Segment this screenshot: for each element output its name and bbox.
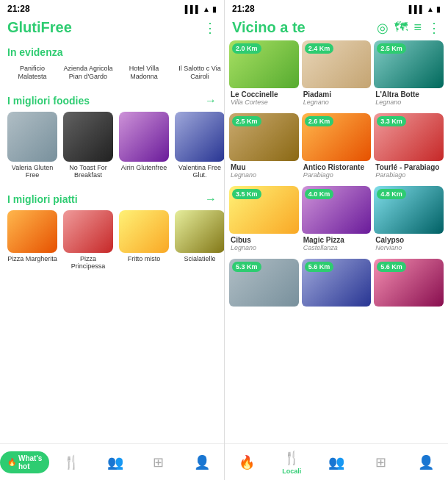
table-row[interactable]: 2.6 Km Antico Ristorante Parabiago [302, 113, 372, 183]
device-container: 21:28 ▌▌▌ ▲ ▮ GlutiFree ⋮ In evidenza [0, 0, 448, 480]
list-item[interactable]: Azienda Agricola Pian d'Gardo [63, 62, 113, 81]
app-title-right: Vicino a te [232, 19, 306, 36]
rest-location-4: Parabiago [302, 171, 372, 179]
list-item[interactable]: Il Salotto c Via Cairoli [175, 62, 224, 81]
rest-location-3: Legnano [229, 171, 299, 179]
food-img-fritto [119, 210, 169, 253]
header-icons-left: ⋮ [203, 20, 217, 36]
locali-nav-icon: 🍴 [283, 450, 300, 466]
distance-badge-0: 2.0 Km [232, 43, 261, 54]
piatti-list[interactable]: Pizza Margherita Pizza Principessa Fritt… [0, 210, 224, 277]
distance-badge-1: 2.4 Km [305, 43, 334, 54]
rest-location-7: Castellanza [302, 244, 372, 251]
rest-name-4: Antico Ristorante [302, 163, 372, 171]
time-left: 21:28 [7, 4, 30, 14]
right-screen: 21:28 ▌▌▌ ▲ ▮ Vicino a te ◎ 🗺 ≡ ⋮ 2.0 [224, 0, 448, 480]
food-label-scialatielle: Scialatielle [184, 255, 215, 262]
foodies-list[interactable]: Valeria Gluten Free No Toast For Breakfa… [0, 112, 224, 187]
nav-item-grid[interactable]: ⊞ [137, 454, 180, 470]
list-item[interactable]: Valentina Free Glut. [175, 112, 224, 180]
list-item[interactable]: Pizza Principessa [63, 210, 113, 270]
restaurant-grid: 2.0 Km Le Coccinelle Villa Cortese 2.4 K… [225, 40, 448, 314]
signal-icon-r: ▌▌▌ [409, 5, 424, 13]
foodie-label-airin: Airin Glutenfree [121, 164, 167, 172]
nav-item-food[interactable]: 🍴 [49, 454, 93, 470]
table-row[interactable]: 2.5 Km L'Altra Botte Legnano [374, 40, 444, 110]
table-row[interactable]: 2.5 Km Muu Legnano [229, 113, 299, 183]
more-icon[interactable]: ⋮ [427, 20, 441, 36]
whats-hot-label: What's hot [18, 454, 42, 470]
nav-item-profile-r[interactable]: 👤 [403, 454, 448, 470]
map-icon[interactable]: 🗺 [394, 20, 408, 35]
location-icon[interactable]: ◎ [377, 20, 389, 36]
nav-item-locali[interactable]: 🍴 Locali [270, 450, 314, 475]
distance-badge-8: 4.8 Km [377, 189, 406, 199]
wifi-icon: ▲ [203, 5, 210, 13]
table-row[interactable]: 3.5 Km Cibus Legnano [229, 186, 299, 256]
foodies-arrow-icon[interactable]: → [205, 94, 217, 107]
food-nav-icon: 🍴 [63, 454, 79, 470]
food-label-principessa: Pizza Principessa [63, 255, 113, 270]
card-label-azienda: Azienda Agricola Pian d'Gardo [63, 65, 113, 81]
rest-name-2: L'Altra Botte [374, 90, 444, 98]
nav-item-hot[interactable]: 🔥 What's hot [0, 451, 49, 473]
signal-icon: ▌▌▌ [185, 5, 200, 13]
bottom-nav-right: 🔥 🍴 Locali 👥 ⊞ 👤 [225, 443, 448, 480]
rest-img-6: 3.5 Km [229, 186, 299, 234]
table-row[interactable]: 2.4 Km Piadami Legnano [302, 40, 372, 110]
app-title-left: GlutiFree [7, 19, 72, 36]
status-icons-right: ▌▌▌ ▲ ▮ [409, 5, 441, 13]
table-row[interactable]: 4.8 Km Calypso Nerviano [374, 186, 444, 256]
rest-name-3: Muu [229, 163, 299, 171]
social-nav-icon: 👥 [107, 454, 123, 470]
list-item[interactable]: Scialatielle [175, 210, 224, 270]
nav-item-grid-r[interactable]: ⊞ [358, 454, 403, 470]
list-item[interactable]: Pizza Margherita [7, 210, 57, 270]
card-label-salotto: Il Salotto c Via Cairoli [175, 65, 224, 81]
whats-hot-button[interactable]: 🔥 What's hot [0, 451, 49, 473]
time-right: 21:28 [232, 4, 255, 14]
distance-badge-3: 2.5 Km [232, 116, 261, 126]
table-row[interactable]: 4.0 Km Magic Pizza Castellanza [302, 186, 372, 256]
nav-item-hot-r[interactable]: 🔥 [225, 454, 270, 470]
list-item[interactable]: Fritto misto [119, 210, 169, 270]
rest-name-8: Calypso [374, 236, 444, 244]
app-header-right: Vicino a te ◎ 🗺 ≡ ⋮ [225, 16, 448, 40]
menu-dots-icon[interactable]: ⋮ [203, 20, 217, 36]
piatti-arrow-icon[interactable]: → [205, 193, 217, 206]
foodie-img-notoast [63, 112, 113, 162]
section-piatti-title: I migliori piatti [7, 193, 78, 205]
table-row[interactable]: 3.3 Km Tourlé - Parabiago Parabiago [374, 113, 444, 183]
table-row[interactable]: 5.6 Km [302, 259, 372, 311]
table-row[interactable]: 5.3 Km [229, 259, 299, 311]
filter-icon[interactable]: ≡ [413, 20, 422, 35]
bottom-nav-left: 🔥 What's hot 🍴 👥 ⊞ 👤 [0, 443, 224, 480]
nav-item-profile[interactable]: 👤 [181, 454, 224, 470]
nav-item-social-r[interactable]: 👥 [314, 454, 359, 470]
foodie-img-valeria [7, 112, 57, 162]
in-evidenza-list[interactable]: Panificio Malatesta Azienda Agricola Pia… [0, 62, 224, 88]
rest-location-0: Villa Cortese [229, 98, 299, 106]
battery-icon: ▮ [212, 5, 217, 13]
table-row[interactable]: 2.0 Km Le Coccinelle Villa Cortese [229, 40, 299, 110]
wifi-icon-r: ▲ [427, 5, 434, 13]
distance-badge-2: 2.5 Km [377, 43, 406, 54]
rest-location-6: Legnano [229, 244, 299, 251]
list-item[interactable]: No Toast For Breakfast [63, 112, 113, 180]
left-scroll-content: In evidenza Panificio Malatesta Azienda … [0, 40, 224, 480]
locali-label: Locali [282, 468, 301, 475]
nav-item-social[interactable]: 👥 [93, 454, 137, 470]
foodie-label-notoast: No Toast For Breakfast [63, 164, 113, 180]
foodie-label-valeria: Valeria Gluten Free [7, 164, 57, 180]
list-item[interactable]: Panificio Malatesta [7, 62, 57, 81]
food-img-principessa [63, 210, 113, 253]
list-item[interactable]: Airin Glutenfree [119, 112, 169, 180]
distance-badge-10: 5.6 Km [305, 262, 334, 272]
battery-icon-r: ▮ [436, 5, 441, 13]
table-row[interactable]: 5.6 Km [374, 259, 444, 311]
section-foodies-title: I migliori foodies [7, 95, 90, 107]
status-bar-left: 21:28 ▌▌▌ ▲ ▮ [0, 0, 224, 16]
list-item[interactable]: Valeria Gluten Free [7, 112, 57, 180]
list-item[interactable]: Hotel Villa Madonna [119, 62, 169, 81]
rest-img-9: 5.3 Km [229, 259, 299, 307]
